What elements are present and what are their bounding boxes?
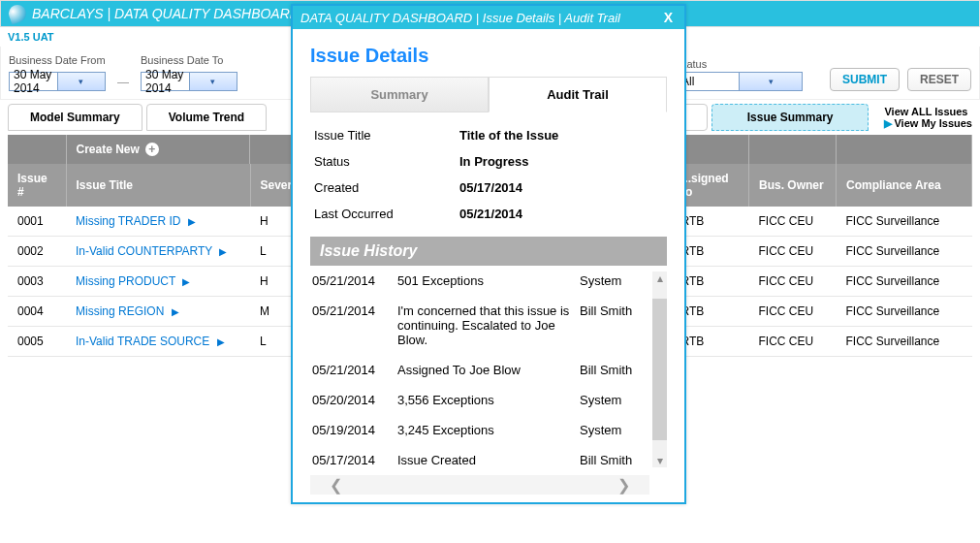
chevron-right-icon: ▶: [182, 276, 190, 287]
cell-bus-owner: FICC CEU: [749, 237, 837, 267]
col-issue-title: Issue Title: [66, 164, 250, 207]
status-label: Status: [677, 58, 803, 70]
close-icon[interactable]: X: [660, 10, 677, 25]
col-bus-owner: Bus. Owner: [749, 164, 837, 207]
cell-issue-title-link[interactable]: In-Valid TRADE SOURCE ▶: [66, 327, 250, 357]
field-issue-title-label: Issue Title: [314, 128, 459, 143]
chevron-down-icon[interactable]: ▾: [189, 73, 237, 90]
date-from-input[interactable]: 30 May 2014 ▾: [9, 72, 106, 91]
date-to-input[interactable]: 30 May 2014 ▾: [141, 72, 237, 91]
chevron-right-icon: ▶: [219, 246, 227, 257]
field-created-value: 05/17/2014: [459, 180, 522, 195]
cell-bus-owner: FICC CEU: [749, 327, 837, 357]
create-new-button[interactable]: Create New +: [67, 135, 251, 164]
date-to-value: 30 May 2014: [142, 68, 189, 95]
history-date: 05/21/2014: [312, 303, 388, 347]
cell-compliance: FICC Surveillance: [837, 297, 972, 327]
issue-history-header: Issue History: [310, 237, 667, 266]
tab-audit-trail[interactable]: Audit Trail: [489, 77, 667, 112]
cell-bus-owner: FICC CEU: [749, 297, 837, 327]
chevron-right-icon: ▶: [217, 336, 225, 347]
submit-button[interactable]: SUBMIT: [830, 68, 900, 91]
modal-title: DATA QUALITY DASHBOARD | Issue Details |…: [300, 11, 620, 25]
tab-summary[interactable]: Summary: [310, 77, 489, 112]
logo-icon: [6, 2, 28, 24]
history-date: 05/21/2014: [312, 273, 388, 288]
cell-compliance: FICC Surveillance: [837, 207, 972, 237]
date-to-label: Business Date To: [141, 54, 237, 66]
history-row: 05/21/2014I'm concerned that this issue …: [310, 296, 649, 355]
history-row: 05/21/2014501 ExceptionsSystem: [310, 266, 649, 296]
cell-compliance: FICC Surveillance: [837, 267, 972, 297]
field-issue-title-value: Title of the Issue: [459, 128, 558, 143]
view-my-issues-link[interactable]: ▶View My Issues: [884, 117, 972, 130]
field-status-label: Status: [314, 154, 459, 169]
status-field: Status All ▾: [677, 58, 803, 91]
issue-details-modal: DATA QUALITY DASHBOARD | Issue Details |…: [291, 4, 686, 357]
cell-issue-no: 0004: [8, 297, 66, 327]
cell-issue-title-link[interactable]: Missing TRADER ID ▶: [66, 207, 250, 237]
field-status-value: In Progress: [459, 154, 529, 169]
chevron-down-icon[interactable]: ▾: [57, 73, 106, 90]
col-compliance: Compliance Area: [837, 164, 972, 207]
cell-compliance: FICC Surveillance: [837, 327, 972, 357]
date-from-field: Business Date From 30 May 2014 ▾: [9, 54, 106, 91]
field-created-label: Created: [314, 180, 459, 195]
vertical-scrollbar[interactable]: ▴ ▾: [652, 272, 667, 357]
chevron-right-icon: ▶: [172, 306, 179, 317]
cell-issue-no: 0005: [8, 327, 66, 357]
date-from-label: Business Date From: [9, 54, 106, 66]
col-issue-no: Issue #: [8, 164, 66, 207]
cell-bus-owner: FICC CEU: [749, 207, 837, 237]
cell-issue-title-link[interactable]: Missing PRODUCT ▶: [66, 267, 250, 297]
chevron-right-icon: ▶: [188, 216, 196, 227]
date-from-value: 30 May 2014: [10, 68, 57, 95]
cell-issue-title-link[interactable]: In-Valid COUNTERPARTY ▶: [66, 237, 250, 267]
tab-issue-summary[interactable]: Issue Summary: [711, 104, 869, 131]
side-links: View ALL Issues ▶View My Issues: [884, 106, 972, 130]
plus-icon: +: [145, 143, 159, 156]
history-actor: Bill Smith: [580, 303, 648, 347]
field-last-occurred-value: 05/21/2014: [459, 207, 522, 221]
history-row: 05/21/2014Assigned To Joe BlowBill Smith: [310, 355, 649, 357]
cell-bus-owner: FICC CEU: [749, 267, 837, 297]
status-value: All: [678, 75, 740, 88]
modal-titlebar[interactable]: DATA QUALITY DASHBOARD | Issue Details |…: [293, 6, 684, 29]
app-title: BARCLAYS | DATA QUALITY DASHBOARD: [32, 6, 300, 21]
modal-tabs: Summary Audit Trail: [310, 77, 667, 112]
scroll-up-icon[interactable]: ▴: [657, 272, 663, 285]
cell-compliance: FICC Surveillance: [837, 237, 972, 267]
field-last-occurred-label: Last Occurred: [314, 207, 459, 221]
history-message: 501 Exceptions: [397, 273, 570, 288]
history-message: I'm concerned that this issue is continu…: [397, 303, 570, 347]
cell-issue-title-link[interactable]: Missing REGION ▶: [66, 297, 250, 327]
history-actor: System: [580, 273, 648, 288]
tab-model-summary[interactable]: Model Summary: [8, 104, 142, 131]
cell-issue-no: 0003: [8, 267, 66, 297]
chevron-down-icon[interactable]: ▾: [739, 73, 802, 90]
modal-heading: Issue Details: [310, 45, 667, 67]
status-select[interactable]: All ▾: [677, 72, 803, 91]
cell-issue-no: 0002: [8, 237, 66, 267]
tab-volume-trend[interactable]: Volume Trend: [146, 104, 267, 131]
reset-button[interactable]: RESET: [907, 68, 971, 91]
date-range-separator: —: [113, 76, 133, 91]
scroll-thumb[interactable]: [652, 299, 667, 357]
cell-issue-no: 0001: [8, 207, 66, 237]
view-all-issues-link[interactable]: View ALL Issues: [884, 106, 972, 117]
date-to-field: Business Date To 30 May 2014 ▾: [141, 54, 237, 91]
